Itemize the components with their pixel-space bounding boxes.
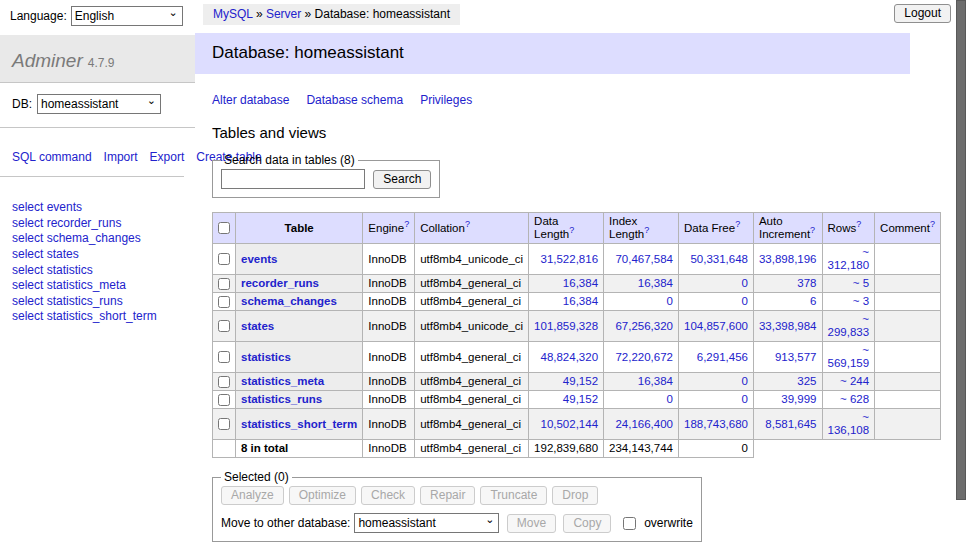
rows-link[interactable]: ~ 628 [840, 393, 869, 405]
db-link-alter-database[interactable]: Alter database [212, 93, 289, 107]
copy-button[interactable]: Copy [563, 514, 611, 533]
db-link-database-schema[interactable]: Database schema [306, 93, 403, 107]
table-name-cell: statistics_short_term [236, 409, 363, 440]
sidebar-select-schema-changes[interactable]: select schema_changes [12, 231, 183, 247]
breadcrumb-server[interactable]: Server [266, 7, 301, 21]
repair-button[interactable]: Repair [420, 486, 475, 505]
scrollbar-thumb[interactable] [956, 0, 966, 500]
data-length-link[interactable]: 10,502,144 [540, 418, 598, 430]
data-length-link[interactable]: 49,152 [563, 375, 598, 387]
auto-increment-link[interactable]: 8,581,645 [765, 418, 816, 430]
vertical-scrollbar[interactable] [956, 0, 966, 543]
rows-link[interactable]: ~ 136,108 [828, 411, 870, 436]
sidebar-select-statistics-short-term[interactable]: select statistics_short_term [12, 309, 183, 325]
auto-increment-link[interactable]: 913,577 [775, 351, 817, 363]
data-free-link[interactable]: 6,291,456 [697, 351, 748, 363]
sidebar-select-states[interactable]: select states [12, 247, 183, 263]
data-free-link[interactable]: 0 [742, 393, 748, 405]
row-checkbox-statistics_meta[interactable] [218, 376, 230, 388]
data-free-link[interactable]: 50,331,648 [690, 253, 748, 265]
auto-increment-link[interactable]: 325 [797, 375, 816, 387]
index-length-link[interactable]: 0 [667, 295, 673, 307]
index-length-link[interactable]: 67,256,320 [615, 320, 673, 332]
data-free-link[interactable]: 0 [742, 277, 748, 289]
data-length-link[interactable]: 16,384 [563, 277, 598, 289]
row-checkbox-schema_changes[interactable] [218, 296, 230, 308]
rows-link[interactable]: ~ 5 [853, 277, 869, 289]
index-length-link[interactable]: 24,166,400 [615, 418, 673, 430]
help-link[interactable]: ? [644, 225, 649, 235]
index-length-link[interactable]: 16,384 [638, 375, 673, 387]
db-select[interactable]: homeassistant [37, 94, 161, 114]
index-length-link[interactable]: 72,220,672 [615, 351, 673, 363]
table-link-statistics_short_term[interactable]: statistics_short_term [241, 418, 357, 430]
sidebar-select-statistics-runs[interactable]: select statistics_runs [12, 294, 183, 310]
move-db-select[interactable]: homeassistant [354, 513, 499, 533]
help-link[interactable]: ? [930, 219, 935, 229]
index-length-link[interactable]: 16,384 [638, 277, 673, 289]
drop-button[interactable]: Drop [552, 486, 598, 505]
rows-link[interactable]: ~ 569,159 [828, 344, 870, 369]
help-link[interactable]: ? [465, 219, 470, 229]
row-checkbox-statistics_short_term[interactable] [218, 418, 230, 430]
row-checkbox-statistics[interactable] [218, 351, 230, 363]
breadcrumb-mysql[interactable]: MySQL [213, 7, 253, 21]
language-select[interactable]: English [71, 6, 183, 26]
index-length-link[interactable]: 70,467,584 [615, 253, 673, 265]
help-link[interactable]: ? [735, 219, 740, 229]
table-link-states[interactable]: states [241, 320, 274, 332]
help-link[interactable]: ? [569, 225, 574, 235]
table-link-events[interactable]: events [241, 253, 277, 265]
logout-button[interactable]: Logout [894, 4, 951, 23]
sidebar-select-statistics-meta[interactable]: select statistics_meta [12, 278, 183, 294]
rows-link[interactable]: ~ 312,180 [828, 246, 870, 271]
overwrite-checkbox[interactable] [623, 517, 636, 530]
help-link[interactable]: ? [856, 219, 861, 229]
index-length-link[interactable]: 0 [667, 393, 673, 405]
engine-cell: InnoDB [363, 293, 415, 311]
table-link-statistics_meta[interactable]: statistics_meta [241, 375, 324, 387]
search-input[interactable] [221, 169, 365, 189]
data-free-link[interactable]: 188,743,680 [684, 418, 748, 430]
optimize-button[interactable]: Optimize [289, 486, 356, 505]
rows-link[interactable]: ~ 299,833 [828, 313, 870, 338]
truncate-button[interactable]: Truncate [480, 486, 547, 505]
data-free-link[interactable]: 0 [742, 375, 748, 387]
sidebar-select-statistics[interactable]: select statistics [12, 263, 183, 279]
row-checkbox-statistics_runs[interactable] [218, 394, 230, 406]
help-link[interactable]: ? [404, 219, 409, 229]
data-free-link[interactable]: 104,857,600 [684, 320, 748, 332]
rows-link[interactable]: ~ 3 [853, 295, 869, 307]
table-link-statistics_runs[interactable]: statistics_runs [241, 393, 322, 405]
row-checkbox-states[interactable] [218, 320, 230, 332]
help-link[interactable]: ? [810, 225, 815, 235]
data-length-link[interactable]: 48,824,320 [540, 351, 598, 363]
table-link-schema_changes[interactable]: schema_changes [241, 295, 337, 307]
move-button[interactable]: Move [507, 514, 556, 533]
analyze-button[interactable]: Analyze [221, 486, 284, 505]
sidebar-action-export[interactable]: Export [150, 150, 185, 164]
auto-increment-link[interactable]: 33,898,196 [759, 253, 817, 265]
check-button[interactable]: Check [361, 486, 415, 505]
sidebar-action-import[interactable]: Import [104, 150, 138, 164]
data-length-link[interactable]: 101,859,328 [534, 320, 598, 332]
data-length-link[interactable]: 31,522,816 [540, 253, 598, 265]
auto-increment-link[interactable]: 33,398,984 [759, 320, 817, 332]
sidebar-action-sql-command[interactable]: SQL command [12, 150, 92, 164]
table-link-statistics[interactable]: statistics [241, 351, 291, 363]
search-button[interactable]: Search [373, 170, 431, 189]
auto-increment-link[interactable]: 378 [797, 277, 816, 289]
sidebar-select-recorder-runs[interactable]: select recorder_runs [12, 216, 183, 232]
data-length-link[interactable]: 16,384 [563, 295, 598, 307]
data-free-link[interactable]: 0 [742, 295, 748, 307]
row-checkbox-recorder_runs[interactable] [218, 278, 230, 290]
sidebar-select-events[interactable]: select events [12, 200, 183, 216]
db-link-privileges[interactable]: Privileges [420, 93, 472, 107]
auto-increment-link[interactable]: 39,999 [781, 393, 816, 405]
rows-link[interactable]: ~ 244 [840, 375, 869, 387]
data-length-link[interactable]: 49,152 [563, 393, 598, 405]
row-checkbox-events[interactable] [218, 253, 230, 265]
table-link-recorder_runs[interactable]: recorder_runs [241, 277, 319, 289]
auto-increment-link[interactable]: 6 [810, 295, 816, 307]
select-all-checkbox[interactable] [218, 222, 230, 234]
